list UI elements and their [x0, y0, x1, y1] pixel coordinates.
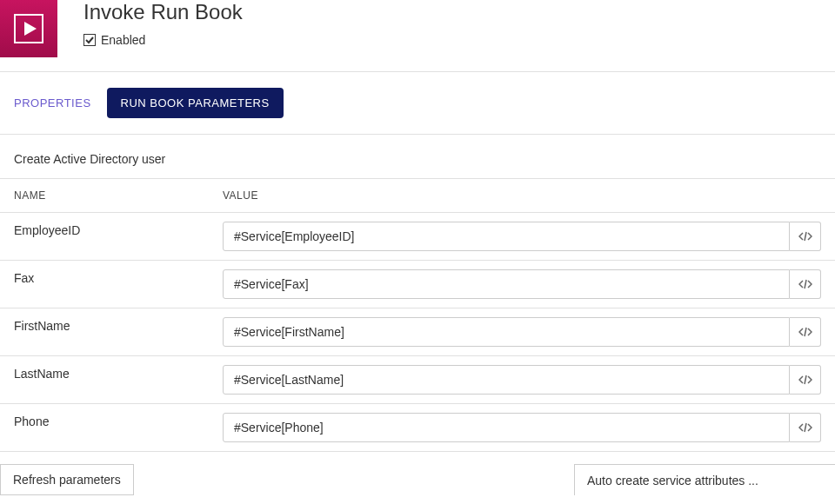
code-icon[interactable]	[790, 317, 821, 347]
enabled-label: Enabled	[101, 33, 145, 47]
table-header: NAME VALUE	[0, 179, 835, 213]
code-icon[interactable]	[790, 413, 821, 442]
code-icon[interactable]	[790, 269, 821, 299]
parameter-name: LastName	[14, 365, 223, 381]
parameter-value-input[interactable]	[223, 413, 790, 442]
parameter-row: Fax	[0, 261, 835, 308]
parameter-input-group	[223, 413, 821, 442]
svg-line-5	[805, 375, 806, 384]
footer: Refresh parameters Auto create service a…	[0, 452, 835, 495]
code-icon[interactable]	[790, 365, 821, 395]
refresh-parameters-button[interactable]: Refresh parameters	[0, 464, 134, 495]
parameter-name: Phone	[14, 413, 223, 428]
parameter-name: EmployeeID	[14, 222, 223, 237]
svg-line-3	[805, 280, 806, 288]
parameter-input-group	[223, 317, 821, 347]
runbook-name: Create Active Directory user	[0, 135, 835, 179]
svg-line-6	[805, 423, 806, 432]
parameter-input-group	[223, 222, 821, 251]
header-text: Invoke Run Book Enabled	[57, 0, 243, 47]
auto-create-attributes-button[interactable]: Auto create service attributes ...	[574, 464, 835, 495]
parameter-row: LastName	[0, 356, 835, 404]
parameter-input-group	[223, 365, 821, 395]
parameter-value-input[interactable]	[223, 222, 790, 251]
svg-marker-1	[24, 22, 37, 36]
column-name-header: NAME	[14, 189, 223, 202]
header: Invoke Run Book Enabled	[0, 0, 835, 71]
tab-properties[interactable]: PROPERTIES	[14, 96, 91, 109]
runbook-icon	[0, 0, 57, 57]
page-title: Invoke Run Book	[84, 0, 243, 24]
parameter-input-group	[223, 269, 821, 299]
svg-line-2	[805, 232, 806, 241]
parameter-value-input[interactable]	[223, 365, 790, 395]
parameter-name: Fax	[14, 269, 223, 285]
parameter-value-input[interactable]	[223, 317, 790, 347]
column-value-header: VALUE	[223, 189, 821, 202]
parameter-name: FirstName	[14, 317, 223, 333]
parameter-value-input[interactable]	[223, 269, 790, 299]
parameter-row: FirstName	[0, 308, 835, 356]
tab-run-book-parameters[interactable]: RUN BOOK PARAMETERS	[107, 88, 284, 118]
svg-line-4	[805, 328, 806, 336]
parameter-list: EmployeeIDFaxFirstNameLastNamePhone	[0, 213, 835, 452]
enabled-checkbox[interactable]	[84, 34, 96, 46]
enabled-row: Enabled	[84, 33, 243, 47]
tab-bar: PROPERTIES RUN BOOK PARAMETERS	[0, 71, 835, 135]
parameter-row: EmployeeID	[0, 213, 835, 261]
parameter-row: Phone	[0, 404, 835, 452]
code-icon[interactable]	[790, 222, 821, 251]
